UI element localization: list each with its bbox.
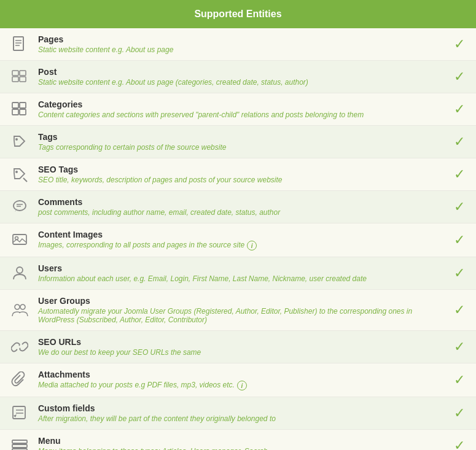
- entity-desc-attachments: Media attached to your posts e.g PDF fil…: [38, 381, 444, 390]
- entities-list: PagesStatic website content e.g. About u…: [0, 28, 476, 450]
- entity-desc-users: Information about each user, e.g. Email,…: [38, 274, 444, 283]
- entity-title-seo-tags: SEO Tags: [38, 165, 444, 174]
- menu-icon: [7, 437, 32, 450]
- svg-rect-0: [14, 37, 23, 50]
- entity-title-content-images: Content Images: [38, 230, 444, 239]
- entity-text-tags: TagsTags corresponding to certain posts …: [32, 132, 450, 152]
- entity-title-attachments: Attachments: [38, 370, 444, 379]
- custom-fields-icon: [7, 405, 32, 422]
- entity-text-seo-urls: SEO URLsWe do our best to keep your SEO …: [32, 337, 450, 357]
- entity-desc-seo-urls: We do our best to keep your SEO URLs the…: [38, 348, 444, 357]
- entity-text-custom-fields: Custom fieldsAfter migration, they will …: [32, 403, 450, 423]
- entity-desc-comments: post comments, including author name, em…: [38, 208, 444, 217]
- panel-title: Supported Entities: [194, 9, 281, 19]
- categories-icon: [7, 101, 32, 118]
- svg-point-20: [17, 267, 23, 273]
- svg-rect-18: [13, 235, 26, 244]
- info-icon-attachments[interactable]: i: [237, 381, 247, 390]
- info-icon-content-images[interactable]: i: [247, 241, 257, 250]
- svg-point-15: [14, 201, 26, 211]
- attachments-icon: [7, 371, 32, 389]
- entity-text-comments: Commentspost comments, including author …: [32, 197, 450, 217]
- svg-rect-7: [20, 77, 26, 82]
- entity-row-users: UsersInformation about each user, e.g. E…: [0, 257, 476, 290]
- post-icon: [7, 68, 32, 85]
- entity-text-attachments: AttachmentsMedia attached to your posts …: [32, 370, 450, 390]
- entity-title-user-groups: User Groups: [38, 296, 444, 306]
- check-icon-menu: ✓: [450, 438, 469, 450]
- svg-point-12: [15, 138, 18, 141]
- check-icon-tags: ✓: [450, 134, 469, 150]
- supported-entities-panel: Supported Entities PagesStatic website c…: [0, 0, 476, 450]
- svg-rect-27: [12, 444, 27, 448]
- check-icon-seo-urls: ✓: [450, 339, 469, 355]
- svg-line-14: [23, 178, 27, 182]
- entity-text-content-images: Content ImagesImages, corresponding to a…: [32, 230, 450, 250]
- svg-rect-10: [12, 109, 18, 115]
- check-icon-seo-tags: ✓: [450, 166, 469, 182]
- entity-title-tags: Tags: [38, 132, 444, 142]
- svg-rect-5: [20, 71, 26, 76]
- entity-row-content-images: Content ImagesImages, corresponding to a…: [0, 223, 476, 257]
- entity-text-users: UsersInformation about each user, e.g. E…: [32, 263, 450, 283]
- entity-desc-categories: Content categories and sections with pre…: [38, 111, 444, 119]
- entity-row-menu: MenuMenu items belonging to these types:…: [0, 430, 476, 450]
- svg-rect-26: [12, 440, 27, 443]
- entity-row-pages: PagesStatic website content e.g. About u…: [0, 28, 476, 61]
- entity-text-pages: PagesStatic website content e.g. About u…: [32, 34, 450, 54]
- seo-tags-icon: [7, 166, 32, 183]
- entity-row-seo-urls: SEO URLsWe do our best to keep your SEO …: [0, 331, 476, 363]
- svg-rect-4: [12, 71, 18, 76]
- user-groups-icon: [7, 301, 32, 319]
- check-icon-custom-fields: ✓: [450, 405, 469, 421]
- check-icon-users: ✓: [450, 265, 469, 281]
- tags-icon: [7, 133, 32, 150]
- svg-point-21: [15, 305, 20, 309]
- svg-rect-11: [20, 109, 26, 115]
- svg-point-13: [15, 171, 18, 173]
- entity-row-tags: TagsTags corresponding to certain posts …: [0, 126, 476, 158]
- comments-icon: [7, 198, 32, 215]
- check-icon-content-images: ✓: [450, 232, 469, 248]
- entity-title-seo-urls: SEO URLs: [38, 337, 444, 347]
- entity-text-post: PostStatic website content e.g. About us…: [32, 67, 450, 87]
- entity-title-custom-fields: Custom fields: [38, 403, 444, 413]
- svg-rect-8: [12, 103, 18, 108]
- entity-title-categories: Categories: [38, 99, 444, 109]
- entity-title-post: Post: [38, 67, 444, 77]
- svg-rect-6: [12, 77, 18, 82]
- entity-row-categories: CategoriesContent categories and section…: [0, 93, 476, 126]
- entity-desc-menu: Menu items belonging to these types: Art…: [38, 447, 444, 450]
- entity-text-categories: CategoriesContent categories and section…: [32, 99, 450, 119]
- entity-desc-tags: Tags corresponding to certain posts of t…: [38, 143, 444, 152]
- entity-desc-user-groups: Automatedly migrate your Joomla User Gro…: [38, 307, 444, 324]
- check-icon-comments: ✓: [450, 199, 469, 215]
- check-icon-user-groups: ✓: [450, 302, 469, 318]
- entity-title-users: Users: [38, 263, 444, 273]
- panel-header: Supported Entities: [0, 0, 476, 28]
- entity-row-seo-tags: SEO TagsSEO title, keywords, description…: [0, 158, 476, 191]
- entity-desc-seo-tags: SEO title, keywords, description of page…: [38, 176, 444, 184]
- entity-desc-pages: Static website content e.g. About us pag…: [38, 45, 444, 54]
- entity-title-menu: Menu: [38, 436, 444, 446]
- entity-row-custom-fields: Custom fieldsAfter migration, they will …: [0, 397, 476, 430]
- check-icon-post: ✓: [450, 69, 469, 85]
- content-images-icon: [7, 231, 32, 249]
- check-icon-pages: ✓: [450, 36, 469, 52]
- pages-icon: [7, 36, 32, 53]
- seo-urls-icon: [7, 338, 32, 355]
- entity-text-seo-tags: SEO TagsSEO title, keywords, description…: [32, 165, 450, 184]
- entity-text-menu: MenuMenu items belonging to these types:…: [32, 436, 450, 450]
- entity-row-attachments: AttachmentsMedia attached to your posts …: [0, 363, 476, 397]
- users-icon: [7, 265, 32, 282]
- check-icon-categories: ✓: [450, 101, 469, 117]
- entity-desc-post: Static website content e.g. About us pag…: [38, 78, 444, 87]
- entity-row-user-groups: User GroupsAutomatedly migrate your Joom…: [0, 290, 476, 331]
- entity-title-pages: Pages: [38, 34, 444, 44]
- svg-point-22: [20, 305, 25, 309]
- entity-title-comments: Comments: [38, 197, 444, 207]
- svg-rect-9: [20, 103, 26, 108]
- entity-desc-custom-fields: After migration, they will be part of th…: [38, 414, 444, 423]
- entity-desc-content-images: Images, corresponding to all posts and p…: [38, 241, 444, 250]
- entity-row-comments: Commentspost comments, including author …: [0, 191, 476, 223]
